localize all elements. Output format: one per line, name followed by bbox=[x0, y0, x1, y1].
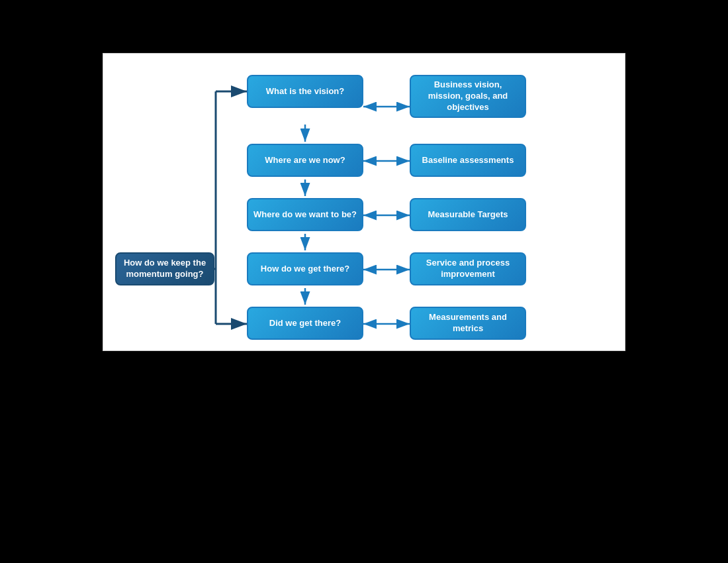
wantbe-box: Where do we want to be? bbox=[247, 198, 363, 231]
service-box: Service and process improvement bbox=[410, 252, 526, 285]
vision-box: What is the vision? bbox=[247, 75, 363, 108]
arrows-svg bbox=[103, 54, 625, 350]
targets-box: Measurable Targets bbox=[410, 198, 526, 231]
business-box: Business vision, mission, goals, and obj… bbox=[410, 75, 526, 118]
getthere-box: How do we get there? bbox=[247, 252, 363, 285]
diagram-container: What is the vision? Where are we now? Wh… bbox=[103, 53, 625, 351]
metrics-box: Measurements and metrics bbox=[410, 307, 526, 340]
baseline-box: Baseline assessments bbox=[410, 144, 526, 177]
momentum-box: How do we keep the momentum going? bbox=[115, 252, 214, 285]
now-box: Where are we now? bbox=[247, 144, 363, 177]
gotthere-box: Did we get there? bbox=[247, 307, 363, 340]
